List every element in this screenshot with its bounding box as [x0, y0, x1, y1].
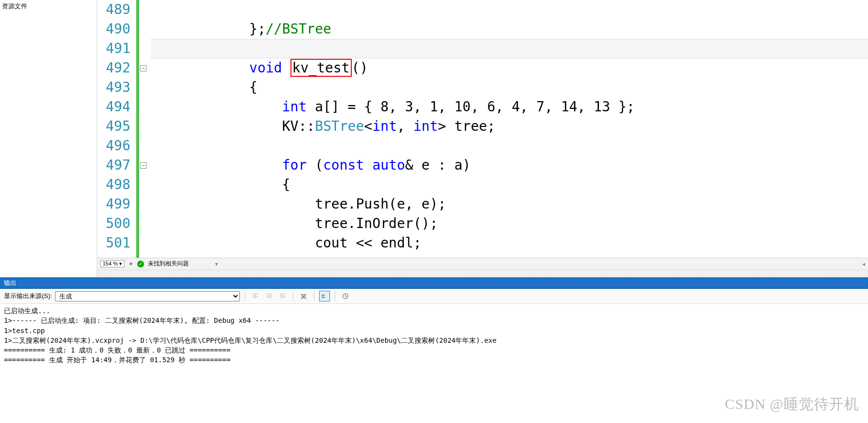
output-source-select[interactable]: 生成: [55, 291, 240, 301]
code-content[interactable]: };//BSTree void kv_test() { int a[] = { …: [151, 0, 868, 258]
no-issues-text: 未找到相关问题: [148, 260, 189, 268]
code-line[interactable]: [151, 136, 868, 156]
line-number: 497: [103, 156, 130, 175]
code-line[interactable]: tree.InOrder();: [151, 214, 868, 233]
editor-status-bar: 154 % ▾ ✦ ✓ 未找到相关问题 ▾ ◂: [97, 258, 868, 269]
zoom-dropdown[interactable]: 154 % ▾: [100, 260, 125, 267]
code-line[interactable]: };//BSTree: [151, 19, 868, 39]
check-icon: ✓: [137, 261, 144, 267]
line-number-gutter: 489490491492493494495496497498499500501: [97, 0, 136, 258]
fold-toggle[interactable]: −: [140, 65, 146, 71]
code-line[interactable]: for (const auto& e : a): [151, 156, 868, 175]
code-line[interactable]: tree.Push(e, e);: [151, 194, 868, 214]
line-number: 501: [103, 233, 130, 253]
code-line[interactable]: void kv_test(): [151, 58, 868, 78]
line-number: 498: [103, 175, 130, 194]
change-indicator: [136, 0, 139, 258]
clock-icon[interactable]: [340, 291, 351, 301]
line-number: 495: [103, 117, 130, 136]
line-number: 496: [103, 136, 130, 156]
fold-toggle[interactable]: −: [140, 162, 146, 169]
sidebar-label: 资源文件: [2, 2, 27, 10]
indent-icon[interactable]: [264, 291, 274, 301]
code-line[interactable]: {: [151, 78, 868, 97]
code-line[interactable]: int a[] = { 8, 3, 1, 10, 6, 4, 7, 14, 13…: [151, 97, 868, 117]
output-text[interactable]: 已启动生成... 1>------ 已启动生成: 项目: 二叉搜索树(2024年…: [0, 304, 868, 423]
word-wrap-icon[interactable]: ab: [319, 291, 330, 301]
code-line[interactable]: {: [151, 175, 868, 194]
line-number: 489: [103, 0, 130, 19]
indent-left-icon[interactable]: [250, 291, 261, 301]
code-line[interactable]: KV::BSTree<int, int> tree;: [151, 117, 868, 136]
output-panel: 输出 显示输出来源(S): 生成 ab: [0, 277, 868, 423]
line-number: 492: [103, 58, 130, 78]
output-source-label: 显示输出来源(S):: [4, 292, 52, 300]
sidebar: 资源文件: [0, 0, 97, 277]
horizontal-scrollbar[interactable]: [97, 269, 868, 277]
line-number: 494: [103, 97, 130, 117]
line-number: 499: [103, 194, 130, 214]
code-line[interactable]: cout << endl;: [151, 233, 868, 253]
line-number: 491: [103, 39, 130, 58]
code-editor[interactable]: 489490491492493494495496497498499500501 …: [97, 0, 868, 258]
line-number: 493: [103, 78, 130, 97]
intellicode-icon[interactable]: ✦: [128, 261, 133, 267]
line-number: 490: [103, 19, 130, 39]
line-number: 500: [103, 214, 130, 233]
code-line[interactable]: [151, 39, 868, 58]
clear-all-icon[interactable]: [298, 291, 309, 301]
fold-gutter[interactable]: −−: [136, 0, 151, 258]
output-title-bar[interactable]: 输出: [0, 278, 868, 289]
outdent-icon[interactable]: [277, 291, 288, 301]
output-toolbar: 显示输出来源(S): 生成 ab: [0, 289, 868, 304]
svg-text:ab: ab: [322, 293, 325, 297]
code-line[interactable]: [151, 0, 868, 19]
